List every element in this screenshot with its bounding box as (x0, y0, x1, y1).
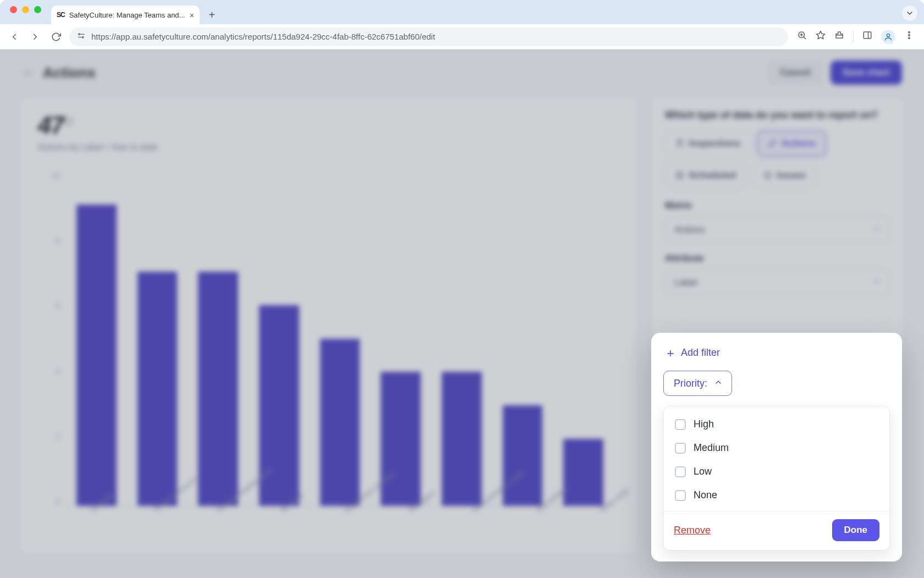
filter-pill-label: Priority: (674, 378, 707, 389)
tab-favicon: SC (57, 11, 65, 19)
nav-back-button[interactable] (7, 29, 22, 45)
extensions-icon[interactable] (834, 30, 844, 43)
nav-reload-button[interactable] (48, 29, 64, 45)
svg-point-11 (887, 34, 889, 36)
filter-option[interactable]: High (673, 414, 881, 434)
filter-pill-priority[interactable]: Priority: (663, 371, 732, 396)
browser-tab-strip: SC SafetyCulture: Manage Teams and... × … (0, 0, 924, 24)
close-window-button[interactable] (10, 6, 17, 13)
svg-point-2 (82, 36, 84, 38)
profile-avatar-icon[interactable] (881, 30, 895, 44)
svg-line-5 (804, 37, 805, 38)
toolbar-separator (853, 31, 854, 43)
tab-close-icon[interactable]: × (189, 10, 194, 20)
new-tab-button[interactable]: + (204, 7, 219, 23)
filter-option[interactable]: Low (673, 461, 881, 482)
chevron-down-icon (905, 9, 914, 18)
kebab-menu-icon[interactable] (904, 30, 914, 43)
tab-overflow-button[interactable] (902, 5, 917, 21)
chevron-up-icon (714, 378, 723, 389)
filter-option[interactable]: Medium (673, 438, 881, 458)
side-panel-icon[interactable] (862, 30, 872, 43)
filter-popover: ＋ Add filter Priority: HighMediumLowNone… (651, 333, 902, 562)
url-input[interactable]: https://app.au.safetyculture.com/analyti… (69, 27, 788, 46)
svg-marker-8 (817, 31, 825, 39)
fullscreen-window-button[interactable] (34, 6, 41, 13)
url-text: https://app.au.safetyculture.com/analyti… (91, 32, 435, 41)
svg-point-0 (79, 34, 80, 35)
svg-point-14 (909, 37, 910, 38)
filter-option-label: Medium (694, 442, 729, 454)
checkbox[interactable] (675, 443, 686, 454)
browser-address-bar: https://app.au.safetyculture.com/analyti… (0, 24, 924, 49)
add-filter-button[interactable]: ＋ Add filter (663, 345, 890, 361)
filter-option[interactable]: None (673, 485, 881, 505)
zoom-icon[interactable] (797, 30, 807, 43)
site-settings-icon[interactable] (77, 31, 86, 42)
filter-option-label: None (694, 489, 717, 501)
nav-forward-button[interactable] (28, 29, 43, 45)
filter-dropdown-panel: HighMediumLowNone Remove Done (663, 406, 890, 551)
svg-point-12 (909, 32, 910, 33)
svg-rect-9 (864, 32, 871, 38)
minimize-window-button[interactable] (22, 6, 29, 13)
filter-option-label: High (694, 419, 714, 430)
done-button[interactable]: Done (832, 519, 880, 541)
filter-option-label: Low (694, 466, 712, 477)
checkbox[interactable] (675, 419, 686, 430)
checkbox[interactable] (675, 490, 686, 501)
toolbar-icons (794, 30, 917, 44)
remove-filter-link[interactable]: Remove (674, 525, 711, 536)
tab-title: SafetyCulture: Manage Teams and... (69, 11, 185, 19)
add-filter-label: Add filter (681, 347, 720, 359)
window-controls (7, 0, 47, 24)
browser-tab-active[interactable]: SC SafetyCulture: Manage Teams and... × (51, 5, 200, 24)
bookmark-star-icon[interactable] (816, 30, 826, 43)
svg-point-13 (909, 35, 910, 36)
checkbox[interactable] (675, 466, 686, 477)
